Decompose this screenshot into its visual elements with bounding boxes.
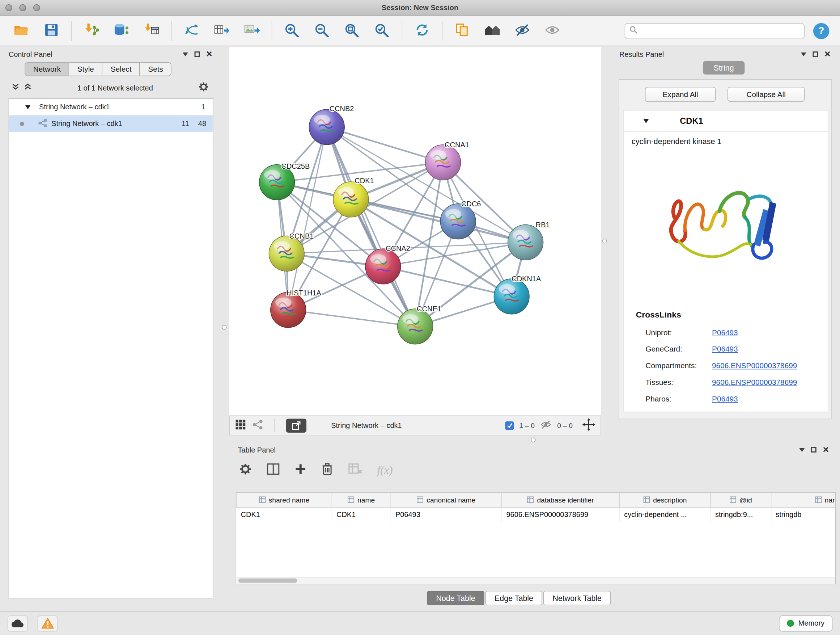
collapse-all-tree-icon[interactable]	[12, 83, 20, 93]
network-node-cdc25b[interactable]: CDC25B	[259, 162, 310, 200]
float-panel-icon[interactable]	[183, 52, 188, 56]
tab-network[interactable]: Network	[25, 62, 69, 76]
tab-edge-table[interactable]: Edge Table	[485, 591, 542, 605]
results-panel-title: Results Panel	[619, 50, 664, 58]
maximize-panel-icon[interactable]	[811, 447, 816, 453]
tab-select[interactable]: Select	[102, 62, 140, 76]
zoom-in-button[interactable]	[279, 19, 304, 42]
delete-column-trash-icon[interactable]	[322, 463, 333, 478]
statusbar-separator	[274, 419, 275, 432]
network-collection-row[interactable]: String Network – cdk1 1	[9, 98, 213, 115]
network-node-cdc6[interactable]: CDC6	[440, 200, 481, 239]
close-panel-icon[interactable]: ×	[823, 447, 829, 453]
export-table-button[interactable]	[210, 19, 234, 42]
expand-all-tree-icon[interactable]	[24, 83, 32, 93]
collapse-all-button[interactable]: Collapse All	[728, 87, 805, 102]
tree-disclosure-icon[interactable]	[25, 105, 31, 109]
network-edge[interactable]	[288, 310, 415, 326]
maximize-panel-icon[interactable]	[194, 51, 200, 57]
left-splitter-handle[interactable]	[222, 325, 226, 329]
memory-button[interactable]: Memory	[779, 615, 833, 631]
warning-button[interactable]	[38, 615, 58, 631]
homes-button[interactable]	[480, 19, 505, 42]
network-node-rb1[interactable]: RB1	[508, 221, 550, 260]
new-network-from-selection-button[interactable]	[180, 19, 204, 42]
crosslink-link[interactable]: 9606.ENSP00000378699	[712, 378, 797, 386]
zoom-fit-button[interactable]	[340, 19, 364, 42]
network-edge[interactable]	[351, 200, 526, 242]
network-overview-icon[interactable]	[252, 419, 263, 432]
right-splitter-handle[interactable]	[602, 239, 607, 243]
horizontal-scrollbar[interactable]	[236, 577, 835, 584]
close-window-button[interactable]	[5, 4, 12, 11]
column-header[interactable]: namespac	[771, 493, 836, 507]
copy-documents-button[interactable]	[450, 19, 475, 42]
horizontal-splitter-handle[interactable]	[531, 437, 536, 442]
scrollbar-thumb[interactable]	[238, 578, 297, 583]
expand-all-button[interactable]: Expand All	[645, 87, 715, 102]
help-button[interactable]: ?	[813, 23, 829, 39]
network-node-ccna2[interactable]: CCNA2	[365, 244, 410, 284]
table-cell: stringdb:9...	[711, 507, 771, 522]
import-network-database-button[interactable]	[109, 19, 134, 42]
crosslink-link[interactable]: P06493	[712, 328, 737, 337]
network-edge[interactable]	[327, 127, 443, 163]
refresh-button[interactable]	[410, 19, 434, 42]
float-panel-icon[interactable]	[799, 448, 805, 451]
cloud-button[interactable]	[8, 615, 28, 631]
import-network-file-button[interactable]	[79, 19, 104, 42]
tab-string[interactable]: String	[703, 61, 745, 74]
column-header[interactable]: name	[332, 493, 391, 507]
tab-sets[interactable]: Sets	[140, 62, 172, 76]
crosslink-label: Uniprot:	[645, 328, 712, 337]
import-table-button[interactable]	[139, 19, 164, 42]
column-header[interactable]: canonical name	[391, 493, 502, 507]
column-header[interactable]: database identifier	[502, 493, 620, 507]
minimize-window-button[interactable]	[19, 4, 26, 11]
gear-icon[interactable]	[198, 81, 209, 95]
column-header[interactable]: @id	[711, 493, 771, 507]
save-session-button[interactable]	[39, 19, 64, 42]
crosslink-link[interactable]: P06493	[712, 394, 737, 403]
crosslink-link[interactable]: 9606.ENSP00000378699	[712, 361, 797, 370]
maximize-panel-icon[interactable]	[813, 51, 818, 57]
zoom-window-button[interactable]	[33, 4, 40, 11]
network-node-cdk1[interactable]: CDK1	[333, 177, 374, 217]
close-panel-icon[interactable]: ×	[824, 51, 830, 57]
gene-header-row[interactable]: CDK1	[624, 111, 828, 132]
float-panel-icon[interactable]	[801, 52, 806, 56]
tab-style[interactable]: Style	[69, 62, 103, 76]
network-view[interactable]: CCNB2CCNA1CDC25BCDK1CDC6RB1CCNB1CCNA2CDK…	[229, 47, 601, 415]
network-row[interactable]: String Network – cdk1 11 48	[9, 115, 213, 132]
detach-view-button[interactable]	[286, 418, 306, 432]
network-node-hist1h1a[interactable]: HIST1H1A	[271, 289, 322, 328]
crosslink-row: Uniprot: P06493	[624, 324, 828, 340]
table-row[interactable]: CDK1 CDK1 P06493 9606.ENSP00000378699 cy…	[237, 507, 836, 522]
network-node-ccna1[interactable]: CCNA1	[425, 141, 469, 180]
column-header[interactable]: shared name	[237, 493, 332, 507]
gene-disclosure-icon[interactable]	[644, 119, 649, 123]
selected-checkbox-icon[interactable]	[505, 421, 514, 430]
column-header[interactable]: description	[620, 493, 711, 507]
open-session-button[interactable]	[9, 19, 34, 42]
close-panel-icon[interactable]: ×	[206, 51, 212, 57]
network-edge[interactable]	[327, 127, 415, 326]
tab-node-table[interactable]: Node Table	[427, 591, 485, 605]
pan-crosshair-icon[interactable]	[583, 418, 595, 432]
network-node-ccne1[interactable]: CCNE1	[398, 305, 441, 344]
show-hidden-button[interactable]	[540, 19, 565, 42]
network-edge[interactable]	[383, 266, 512, 296]
zoom-out-button[interactable]	[309, 19, 334, 42]
tab-network-table[interactable]: Network Table	[543, 591, 611, 605]
table-cell: CDK1	[237, 507, 332, 522]
hide-selected-button[interactable]	[510, 19, 535, 42]
table-settings-gear-icon[interactable]	[239, 463, 252, 478]
search-input[interactable]	[641, 27, 800, 35]
add-column-plus-icon[interactable]	[294, 463, 306, 477]
grid-view-icon[interactable]	[235, 419, 246, 432]
crosslink-link[interactable]: P06493	[712, 344, 737, 353]
zoom-selected-button[interactable]	[370, 19, 394, 42]
show-columns-icon[interactable]	[267, 463, 279, 477]
network-edge[interactable]	[288, 127, 327, 310]
export-image-button[interactable]	[240, 19, 264, 42]
